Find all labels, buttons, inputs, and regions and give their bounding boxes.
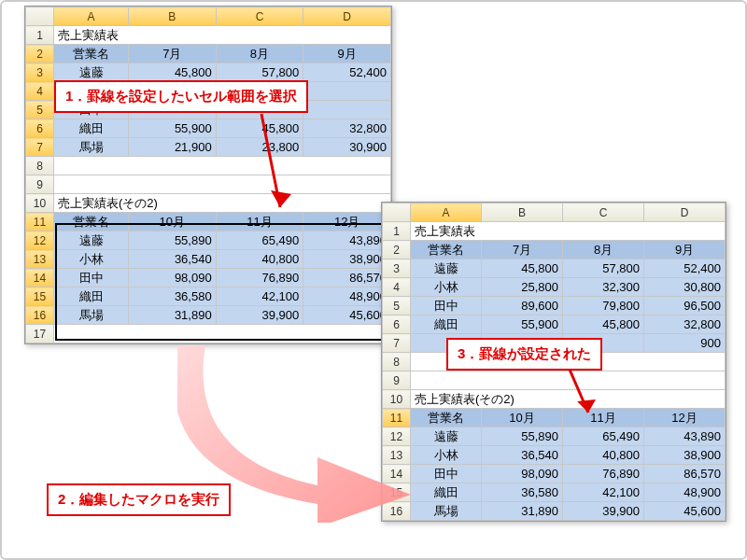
row-header[interactable]: 7 xyxy=(26,138,54,157)
cell[interactable]: 900 xyxy=(644,334,726,353)
row-header[interactable]: 3 xyxy=(26,63,54,82)
col-header-C[interactable]: C xyxy=(216,7,303,26)
cell[interactable]: 39,900 xyxy=(563,502,644,521)
cell[interactable]: 76,890 xyxy=(563,465,644,483)
cell[interactable]: 38,900 xyxy=(303,250,391,269)
cell[interactable]: 76,890 xyxy=(216,269,303,287)
cell[interactable]: 11月 xyxy=(563,409,644,427)
cell[interactable]: 9月 xyxy=(644,241,726,259)
cell[interactable]: 32,800 xyxy=(644,315,726,334)
title-cell[interactable]: 売上実績表(その2) xyxy=(54,194,391,213)
cell[interactable]: 36,540 xyxy=(482,446,563,465)
row-header[interactable]: 15 xyxy=(383,483,411,502)
cell[interactable]: 55,890 xyxy=(129,231,217,250)
cell[interactable]: 96,500 xyxy=(644,297,726,315)
grid-before[interactable]: A B C D 1 売上実績表 2 営業名 7月 8月 9月 3 遠藤 45,8… xyxy=(25,7,391,343)
row-header[interactable]: 15 xyxy=(26,287,54,306)
row-header[interactable]: 4 xyxy=(383,278,411,297)
row-header[interactable]: 5 xyxy=(26,101,54,119)
cell[interactable]: 織田 xyxy=(54,119,129,138)
cell[interactable]: 10月 xyxy=(482,409,563,427)
row-header[interactable]: 12 xyxy=(383,427,411,446)
cell[interactable] xyxy=(303,101,391,119)
cell[interactable]: 馬場 xyxy=(411,502,482,521)
cell[interactable]: 7月 xyxy=(129,45,217,63)
cell[interactable]: 45,800 xyxy=(129,63,217,82)
row-header[interactable]: 1 xyxy=(383,222,411,241)
col-header-B[interactable]: B xyxy=(129,7,217,26)
cell[interactable]: 55,900 xyxy=(129,119,217,138)
cell[interactable]: 9月 xyxy=(303,45,391,63)
cell[interactable]: 36,540 xyxy=(129,250,217,269)
cell[interactable]: 11月 xyxy=(216,213,303,231)
cell[interactable]: 52,400 xyxy=(644,259,726,278)
row-header[interactable]: 1 xyxy=(26,26,54,45)
cell[interactable]: 織田 xyxy=(411,483,482,502)
cell[interactable]: 98,090 xyxy=(129,269,217,287)
corner-cell[interactable] xyxy=(26,7,54,26)
row-header[interactable]: 2 xyxy=(26,45,54,63)
col-header-A[interactable]: A xyxy=(54,7,129,26)
cell[interactable]: 45,800 xyxy=(482,259,563,278)
cell[interactable]: 田中 xyxy=(411,297,482,315)
cell[interactable]: 57,800 xyxy=(563,259,644,278)
row-header[interactable]: 11 xyxy=(26,213,54,231)
row-header[interactable]: 9 xyxy=(383,371,411,390)
cell[interactable]: 7月 xyxy=(482,241,563,259)
cell[interactable]: 55,900 xyxy=(482,315,563,334)
row-header[interactable]: 11 xyxy=(383,409,411,427)
cell[interactable] xyxy=(54,325,391,343)
cell[interactable]: 38,900 xyxy=(644,446,726,465)
row-header[interactable]: 6 xyxy=(383,315,411,334)
cell[interactable]: 32,800 xyxy=(303,119,391,138)
cell[interactable]: 45,600 xyxy=(303,306,391,325)
cell[interactable]: 36,580 xyxy=(482,483,563,502)
cell[interactable]: 田中 xyxy=(411,465,482,483)
cell[interactable]: 織田 xyxy=(54,287,129,306)
cell[interactable]: 31,890 xyxy=(129,306,217,325)
cell[interactable]: 39,900 xyxy=(216,306,303,325)
cell[interactable]: 40,800 xyxy=(563,446,644,465)
cell[interactable]: 8月 xyxy=(563,241,644,259)
cell[interactable]: 12月 xyxy=(644,409,726,427)
cell[interactable]: 98,090 xyxy=(482,465,563,483)
cell[interactable]: 57,800 xyxy=(216,63,303,82)
cell[interactable]: 30,800 xyxy=(644,278,726,297)
cell[interactable]: 65,490 xyxy=(216,231,303,250)
row-header[interactable]: 8 xyxy=(26,157,54,175)
col-header-C[interactable]: C xyxy=(563,203,644,222)
cell[interactable]: 8月 xyxy=(216,45,303,63)
row-header[interactable]: 10 xyxy=(383,390,411,409)
cell[interactable]: 遠藤 xyxy=(411,427,482,446)
col-header-D[interactable]: D xyxy=(303,7,391,26)
row-header[interactable]: 17 xyxy=(26,325,54,343)
corner-cell[interactable] xyxy=(383,203,411,222)
cell[interactable]: 馬場 xyxy=(54,306,129,325)
row-header[interactable]: 7 xyxy=(383,334,411,353)
cell[interactable]: 42,100 xyxy=(216,287,303,306)
row-header[interactable]: 2 xyxy=(383,241,411,259)
cell[interactable]: 10月 xyxy=(129,213,217,231)
cell[interactable]: 89,600 xyxy=(482,297,563,315)
row-header[interactable]: 12 xyxy=(26,231,54,250)
col-header-B[interactable]: B xyxy=(482,203,563,222)
cell[interactable]: 田中 xyxy=(54,269,129,287)
cell[interactable]: 遠藤 xyxy=(54,63,129,82)
row-header[interactable]: 3 xyxy=(383,259,411,278)
row-header[interactable]: 13 xyxy=(383,446,411,465)
cell[interactable]: 48,900 xyxy=(303,287,391,306)
row-header[interactable]: 8 xyxy=(383,353,411,371)
cell[interactable]: 40,800 xyxy=(216,250,303,269)
cell[interactable]: 31,890 xyxy=(482,502,563,521)
row-header[interactable]: 9 xyxy=(26,175,54,194)
cell[interactable]: 12月 xyxy=(303,213,391,231)
cell[interactable] xyxy=(54,175,391,194)
cell[interactable]: 79,800 xyxy=(563,297,644,315)
cell[interactable]: 42,100 xyxy=(563,483,644,502)
cell[interactable]: 営業名 xyxy=(54,45,129,63)
cell[interactable]: 小林 xyxy=(411,278,482,297)
cell[interactable]: 遠藤 xyxy=(54,231,129,250)
cell[interactable]: 45,600 xyxy=(644,502,726,521)
col-header-D[interactable]: D xyxy=(644,203,726,222)
cell[interactable]: 小林 xyxy=(54,250,129,269)
